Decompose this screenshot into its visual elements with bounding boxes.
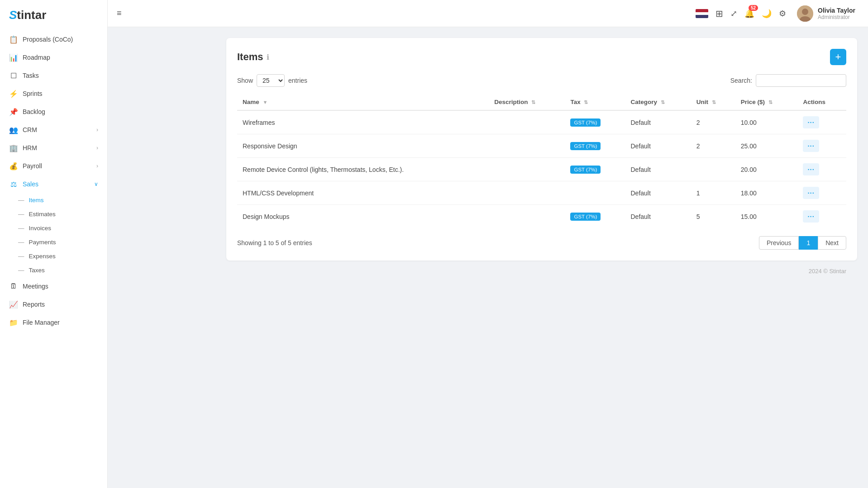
sidebar-item-reports[interactable]: 📈 Reports — [0, 295, 107, 313]
table-controls: Show 25 10 50 100 entries Search: — [237, 74, 846, 87]
cell-tax: GST (7%) — [565, 110, 625, 134]
col-actions: Actions — [797, 94, 846, 110]
actions-button[interactable]: ··· — [803, 116, 819, 128]
sidebar-item-invoices[interactable]: — Invoices — [0, 221, 107, 235]
sidebar-sub-label: Expenses — [29, 253, 56, 260]
search-row: Search: — [730, 74, 846, 87]
hrm-icon: 🏢 — [9, 143, 18, 152]
sort-icon-tax: ⇅ — [584, 99, 588, 105]
cell-actions: ··· — [797, 158, 846, 181]
table-row: Remote Device Control (lights, Thermosta… — [237, 158, 846, 181]
page-header: Items ℹ + — [237, 49, 846, 65]
crm-arrow: › — [96, 127, 98, 133]
hrm-arrow: › — [96, 145, 98, 151]
col-category[interactable]: Category ⇅ — [625, 94, 691, 110]
cell-unit: 5 — [691, 205, 735, 228]
gst-badge: GST (7%) — [570, 166, 601, 174]
gst-badge: GST (7%) — [570, 213, 601, 221]
cell-price: 15.00 — [735, 205, 798, 228]
search-input[interactable] — [756, 74, 846, 87]
cell-price: 20.00 — [735, 158, 798, 181]
sidebar-item-sales[interactable]: ⚖ Sales ∨ — [0, 175, 107, 193]
table-row: WireframesGST (7%)Default210.00··· — [237, 110, 846, 134]
actions-button[interactable]: ··· — [803, 140, 819, 152]
user-profile[interactable]: Olivia Taylor Administrator — [793, 4, 859, 24]
actions-button[interactable]: ··· — [803, 163, 819, 175]
gst-badge: GST (7%) — [570, 142, 601, 150]
cell-name: HTML/CSS Development — [237, 181, 489, 205]
cell-actions: ··· — [797, 205, 846, 228]
col-tax[interactable]: Tax ⇅ — [565, 94, 625, 110]
col-name[interactable]: Name ▼ — [237, 94, 489, 110]
sidebar-item-label: Backlog — [23, 108, 45, 115]
avatar — [797, 5, 813, 22]
cell-name: Design Mockups — [237, 205, 489, 228]
sidebar-item-label: File Manager — [23, 319, 60, 326]
sidebar-item-label: CRM — [23, 126, 37, 133]
user-role: Administrator — [818, 14, 855, 20]
sidebar-item-expenses[interactable]: — Expenses — [0, 249, 107, 263]
sidebar-item-proposals[interactable]: 📋 Proposals (CoCo) — [0, 30, 107, 48]
sales-icon: ⚖ — [9, 180, 18, 189]
cell-tax: GST (7%) — [565, 134, 625, 158]
add-button[interactable]: + — [830, 49, 846, 65]
sidebar-item-estimates[interactable]: — Estimates — [0, 207, 107, 221]
sidebar-item-meetings[interactable]: 🗓 Meetings — [0, 277, 107, 295]
actions-button[interactable]: ··· — [803, 187, 819, 199]
main-content: Items ℹ + Show 25 10 50 100 entries Sear… — [215, 27, 868, 488]
proposals-icon: 📋 — [9, 35, 18, 44]
footer: 2024 © Stintar — [226, 261, 857, 282]
sidebar-item-taxes[interactable]: — Taxes — [0, 263, 107, 277]
sidebar-item-hrm[interactable]: 🏢 HRM › — [0, 139, 107, 157]
page-title: Items — [237, 51, 263, 63]
settings-icon[interactable]: ⚙ — [779, 9, 786, 19]
next-button[interactable]: Next — [818, 236, 846, 250]
sidebar-item-file-manager[interactable]: 📁 File Manager — [0, 313, 107, 332]
notification-icon[interactable]: 🔔 52 — [744, 9, 754, 19]
expand-icon[interactable]: ⤢ — [730, 9, 737, 19]
pagination-controls: Previous 1 Next — [759, 236, 846, 250]
footer-text: 2024 © Stintar — [809, 268, 846, 275]
table-row: Responsive DesignGST (7%)Default225.00··… — [237, 134, 846, 158]
sidebar-item-label: Sprints — [23, 90, 43, 97]
sidebar-item-backlog[interactable]: 📌 Backlog — [0, 103, 107, 121]
cell-unit: 2 — [691, 134, 735, 158]
entries-select[interactable]: 25 10 50 100 — [257, 74, 285, 87]
cell-category: Default — [625, 134, 691, 158]
menu-icon[interactable]: ≡ — [117, 9, 122, 18]
sidebar-item-roadmap[interactable]: 📊 Roadmap — [0, 48, 107, 66]
cell-name: Responsive Design — [237, 134, 489, 158]
sidebar-item-label: Proposals (CoCo) — [23, 36, 73, 43]
items-table: Name ▼ Description ⇅ Tax ⇅ Category ⇅ — [237, 94, 846, 228]
search-label: Search: — [730, 77, 752, 84]
col-description[interactable]: Description ⇅ — [489, 94, 565, 110]
cell-category: Default — [625, 110, 691, 134]
sidebar-item-payments[interactable]: — Payments — [0, 235, 107, 249]
theme-icon[interactable]: 🌙 — [762, 9, 772, 19]
dash-icon: — — [18, 225, 24, 232]
sort-icon-price: ⇅ — [768, 99, 773, 105]
sort-icon-desc: ⇅ — [531, 99, 535, 105]
sidebar: Stintar 📋 Proposals (CoCo) 📊 Roadmap ☐ T… — [0, 0, 108, 488]
cell-actions: ··· — [797, 134, 846, 158]
cell-price: 25.00 — [735, 134, 798, 158]
logo-text: Stintar — [9, 8, 46, 22]
sidebar-item-sprints[interactable]: ⚡ Sprints — [0, 85, 107, 103]
logo: Stintar — [0, 0, 107, 30]
page-title-row: Items ℹ — [237, 51, 269, 63]
payroll-icon: 💰 — [9, 161, 18, 171]
actions-button[interactable]: ··· — [803, 210, 819, 223]
sidebar-item-items[interactable]: — Items — [0, 193, 107, 207]
col-unit[interactable]: Unit ⇅ — [691, 94, 735, 110]
sidebar-item-crm[interactable]: 👥 CRM › — [0, 121, 107, 139]
sidebar-item-payroll[interactable]: 💰 Payroll › — [0, 157, 107, 175]
page-1-button[interactable]: 1 — [799, 236, 818, 250]
table-header-row: Name ▼ Description ⇅ Tax ⇅ Category ⇅ — [237, 94, 846, 110]
apps-icon[interactable]: ⊞ — [715, 8, 723, 19]
sidebar-item-tasks[interactable]: ☐ Tasks — [0, 66, 107, 85]
info-icon[interactable]: ℹ — [267, 53, 269, 62]
col-price[interactable]: Price ($) ⇅ — [735, 94, 798, 110]
dash-icon: — — [18, 253, 24, 260]
language-flag[interactable] — [696, 9, 708, 18]
previous-button[interactable]: Previous — [759, 236, 799, 250]
